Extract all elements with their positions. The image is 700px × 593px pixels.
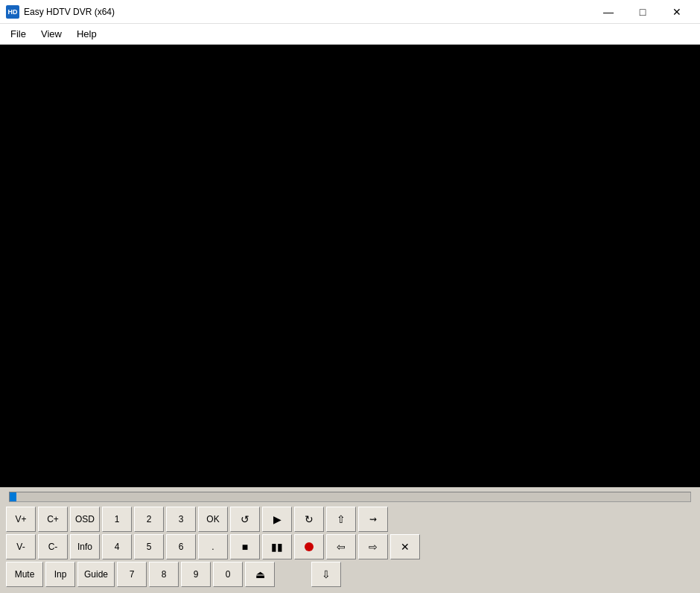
vol-up-button[interactable]: V+	[6, 507, 36, 532]
nav-down-button[interactable]: ⇩	[311, 562, 341, 587]
ok-button[interactable]: OK	[198, 507, 228, 532]
num3-button[interactable]: 3	[166, 507, 196, 532]
minimize-button[interactable]: —	[591, 0, 626, 24]
controls-panel: V+ C+ OSD 1 2 3 OK ↺ ▶ ↻ ⇧ ⇝ V- C- Info …	[0, 487, 700, 593]
app-title: Easy HDTV DVR (x64)	[24, 7, 115, 17]
ch-down-button[interactable]: C-	[38, 534, 68, 559]
close-button[interactable]: ✕	[660, 0, 694, 24]
titlebar-controls: — □ ✕	[591, 0, 694, 24]
skip-button[interactable]: ↻	[294, 507, 324, 532]
num8-button[interactable]: 8	[149, 562, 179, 587]
play-button[interactable]: ▶	[262, 507, 292, 532]
maximize-button[interactable]: □	[626, 0, 660, 24]
guide-button[interactable]: Guide	[77, 562, 115, 587]
button-row-1: V+ C+ OSD 1 2 3 OK ↺ ▶ ↻ ⇧ ⇝	[6, 507, 694, 532]
button-grid: V+ C+ OSD 1 2 3 OK ↺ ▶ ↻ ⇧ ⇝ V- C- Info …	[6, 507, 694, 587]
inp-button[interactable]: Inp	[45, 562, 75, 587]
record-button[interactable]	[294, 534, 324, 559]
num6-button[interactable]: 6	[166, 534, 196, 559]
nav-up-button[interactable]: ⇧	[326, 507, 356, 532]
info-button[interactable]: Info	[70, 534, 100, 559]
pause-button[interactable]: ▮▮	[262, 534, 292, 559]
menu-file[interactable]: File	[3, 25, 34, 42]
menu-view[interactable]: View	[34, 25, 69, 42]
num5-button[interactable]: 5	[134, 534, 164, 559]
num0-button[interactable]: 0	[213, 562, 243, 587]
dot-button[interactable]: .	[198, 534, 228, 559]
num4-button[interactable]: 4	[102, 534, 132, 559]
mute-button[interactable]: Mute	[6, 562, 43, 587]
eject-button[interactable]: ⏏	[245, 562, 275, 587]
record-dot-icon	[305, 542, 314, 551]
fullscreen-button[interactable]: ⇝	[358, 507, 388, 532]
seek-bar-track[interactable]	[9, 492, 691, 502]
num2-button[interactable]: 2	[134, 507, 164, 532]
nav-right-button[interactable]: ⇨	[358, 534, 388, 559]
button-row-3: Mute Inp Guide 7 8 9 0 ⏏ ⇩	[6, 562, 694, 587]
seek-bar-container	[6, 492, 694, 502]
app-icon: HD	[6, 5, 19, 19]
replay-button[interactable]: ↺	[230, 507, 260, 532]
num7-button[interactable]: 7	[117, 562, 147, 587]
num1-button[interactable]: 1	[102, 507, 132, 532]
num9-button[interactable]: 9	[181, 562, 211, 587]
ch-up-button[interactable]: C+	[38, 507, 68, 532]
menu-help[interactable]: Help	[69, 25, 104, 42]
nav-left-button[interactable]: ⇦	[326, 534, 356, 559]
menubar: File View Help	[0, 24, 700, 45]
osd-button[interactable]: OSD	[70, 507, 100, 532]
button-row-2: V- C- Info 4 5 6 . ■ ▮▮ ⇦ ⇨ ✕	[6, 534, 694, 559]
close-x-button[interactable]: ✕	[390, 534, 420, 559]
stop-button[interactable]: ■	[230, 534, 260, 559]
seek-bar-fill	[10, 492, 16, 501]
video-display	[0, 45, 700, 487]
titlebar: HD Easy HDTV DVR (x64) — □ ✕	[0, 0, 700, 24]
vol-down-button[interactable]: V-	[6, 534, 36, 559]
titlebar-left: HD Easy HDTV DVR (x64)	[6, 5, 115, 19]
